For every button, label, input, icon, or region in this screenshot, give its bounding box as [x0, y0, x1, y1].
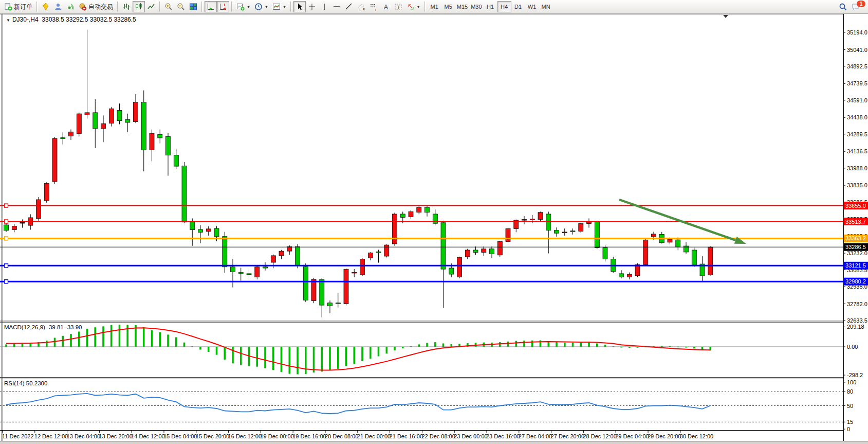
notification-badge: 1	[857, 1, 865, 7]
new-order-button[interactable]: 新订单	[2, 1, 34, 12]
timeframe-m30-button[interactable]: M30	[469, 1, 483, 12]
separator	[424, 2, 426, 12]
chart-canvas[interactable]: 35194.035041.034892.534739.534591.034438…	[0, 0, 868, 444]
macd-indicator-label: MACD(12,26,9) -39.81 -33.90	[4, 324, 82, 330]
text-button[interactable]: A	[380, 1, 392, 12]
bar-chart-icon	[122, 3, 131, 11]
chevron-down-icon: ▼	[417, 5, 420, 9]
svg-text:F: F	[375, 8, 377, 11]
rsi-indicator-label: RSI(14) 50.2300	[4, 380, 47, 386]
periods-button[interactable]: ▼	[252, 1, 270, 12]
chart-window-title: ▼DJ30-,H4 33038.5 33292.5 33032.5 33286.…	[6, 16, 136, 23]
toolbar: 新订单 自动交易 ▼ ▼	[0, 0, 868, 14]
vertical-line-button[interactable]	[318, 1, 330, 12]
candlestick-chart-icon	[135, 3, 143, 11]
symbol-period-label: DJ30-,H4	[12, 16, 39, 23]
timeframe-m15-button[interactable]: M15	[455, 1, 469, 12]
candlestick-chart-button[interactable]	[133, 1, 145, 12]
bar-chart-button[interactable]	[120, 1, 133, 12]
arrows-button[interactable]: ▼	[404, 1, 422, 12]
new-chart-button[interactable]: ▼	[234, 1, 252, 12]
channel-icon: E	[357, 3, 365, 11]
price-axis[interactable]	[844, 14, 868, 431]
new-order-icon	[4, 3, 12, 11]
fibonacci-icon: F	[370, 3, 378, 11]
tile-windows-icon	[189, 3, 197, 11]
horizontal-line-button[interactable]	[330, 1, 343, 12]
tile-windows-button[interactable]	[187, 1, 199, 12]
ohlc-values: 33038.5 33292.5 33032.5 33286.5	[42, 16, 136, 23]
separator	[231, 2, 232, 12]
search-icon	[839, 3, 847, 11]
arrows-icon	[407, 3, 415, 11]
auto-scroll-icon	[207, 3, 215, 11]
line-chart-button[interactable]	[145, 1, 157, 12]
separator	[36, 2, 38, 12]
svg-text:T: T	[397, 5, 400, 10]
svg-text:E: E	[363, 8, 365, 11]
styler-button[interactable]	[40, 1, 52, 12]
zoom-in-button[interactable]	[162, 1, 175, 12]
separator	[159, 2, 160, 12]
diamond-icon	[42, 3, 50, 11]
separator	[117, 2, 118, 12]
line-chart-icon	[147, 3, 155, 11]
cursor-icon	[296, 3, 304, 11]
zoom-out-button[interactable]	[175, 1, 187, 12]
person-icon	[54, 3, 62, 11]
timeframe-d1-button[interactable]: D1	[511, 1, 525, 12]
new-chart-icon	[236, 3, 245, 11]
broadcast-icon	[66, 3, 75, 11]
signals-button[interactable]	[64, 1, 77, 12]
chevron-down-icon: ▼	[283, 5, 286, 9]
time-axis[interactable]	[0, 431, 843, 441]
chevron-down-icon[interactable]: ▼	[6, 18, 10, 23]
template-chart-icon	[272, 3, 281, 11]
crosshair-icon	[308, 3, 316, 11]
vertical-line-icon	[320, 3, 328, 11]
text-label-icon: T	[394, 3, 402, 11]
auto-trading-label: 自动交易	[88, 3, 113, 11]
trendline-button[interactable]	[343, 1, 355, 12]
chevron-down-icon: ▼	[247, 5, 250, 9]
auto-scroll-button[interactable]	[205, 1, 217, 12]
clock-icon	[254, 3, 263, 11]
auto-trading-icon	[79, 3, 87, 11]
crosshair-button[interactable]	[306, 1, 318, 12]
timeframe-h1-button[interactable]: H1	[484, 1, 497, 12]
search-button[interactable]	[837, 1, 849, 12]
chart-svg[interactable]: 35194.035041.034892.534739.534591.034438…	[0, 0, 868, 444]
chart-shift-icon	[219, 3, 227, 11]
fibonacci-button[interactable]: F	[367, 1, 380, 12]
separator	[290, 2, 291, 12]
timeframe-h4-button[interactable]: H4	[497, 1, 511, 12]
zoom-out-icon	[177, 3, 185, 11]
timeframe-m5-button[interactable]: M5	[441, 1, 455, 12]
notifications-button[interactable]: 1	[849, 1, 863, 12]
new-order-label: 新订单	[14, 3, 32, 11]
timeframe-m1-button[interactable]: M1	[428, 1, 441, 12]
zoom-in-icon	[164, 3, 173, 11]
horizontal-line-icon	[333, 3, 341, 11]
trendline-icon	[345, 3, 353, 11]
auto-trading-button[interactable]: 自动交易	[77, 1, 115, 12]
timeframe-mn-button[interactable]: MN	[539, 1, 553, 12]
text-label-button[interactable]: T	[392, 1, 404, 12]
chevron-down-icon: ▼	[265, 5, 268, 9]
chart-shift-button[interactable]	[217, 1, 229, 12]
templates-button[interactable]: ▼	[270, 1, 288, 12]
equidistant-channel-button[interactable]: E	[355, 1, 367, 12]
svg-text:A: A	[384, 4, 388, 11]
timeframe-w1-button[interactable]: W1	[525, 1, 539, 12]
separator	[201, 2, 202, 12]
text-a-icon: A	[382, 3, 390, 11]
cursor-button[interactable]	[293, 1, 306, 12]
history-center-button[interactable]	[52, 1, 64, 12]
